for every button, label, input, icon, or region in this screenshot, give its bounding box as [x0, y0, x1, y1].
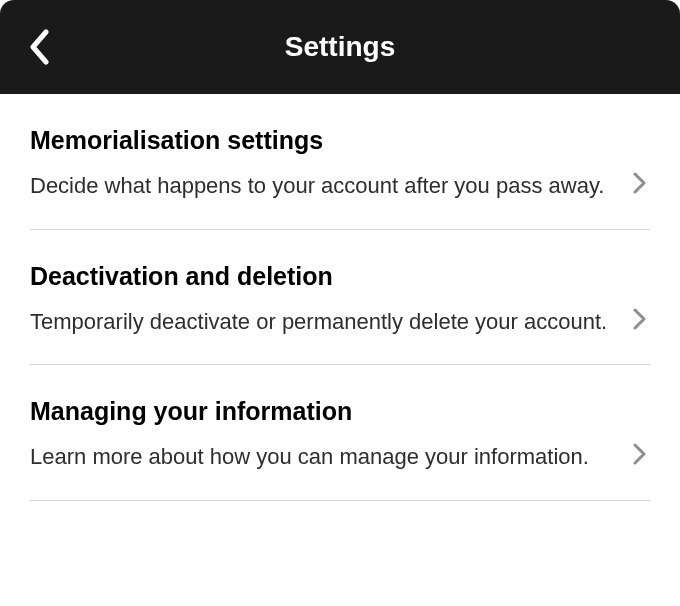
setting-memorialisation[interactable]: Memorialisation settings Decide what hap…: [30, 94, 650, 230]
setting-title: Managing your information: [30, 397, 610, 426]
header: Settings: [0, 0, 680, 94]
setting-title: Memorialisation settings: [30, 126, 610, 155]
chevron-left-icon: [28, 29, 50, 65]
chevron-right-icon: [633, 172, 646, 194]
back-button[interactable]: [28, 29, 50, 65]
setting-description: Learn more about how you can manage your…: [30, 442, 610, 472]
setting-description: Decide what happens to your account afte…: [30, 171, 610, 201]
setting-managing-information[interactable]: Managing your information Learn more abo…: [30, 365, 650, 501]
setting-title: Deactivation and deletion: [30, 262, 610, 291]
setting-text: Managing your information Learn more abo…: [30, 397, 650, 472]
setting-deactivation[interactable]: Deactivation and deletion Temporarily de…: [30, 230, 650, 366]
settings-list: Memorialisation settings Decide what hap…: [0, 94, 680, 501]
setting-text: Deactivation and deletion Temporarily de…: [30, 262, 650, 337]
setting-description: Temporarily deactivate or permanently de…: [30, 307, 610, 337]
chevron-right-icon: [633, 443, 646, 465]
page-title: Settings: [285, 31, 395, 63]
chevron-right-icon: [633, 308, 646, 330]
setting-text: Memorialisation settings Decide what hap…: [30, 126, 650, 201]
